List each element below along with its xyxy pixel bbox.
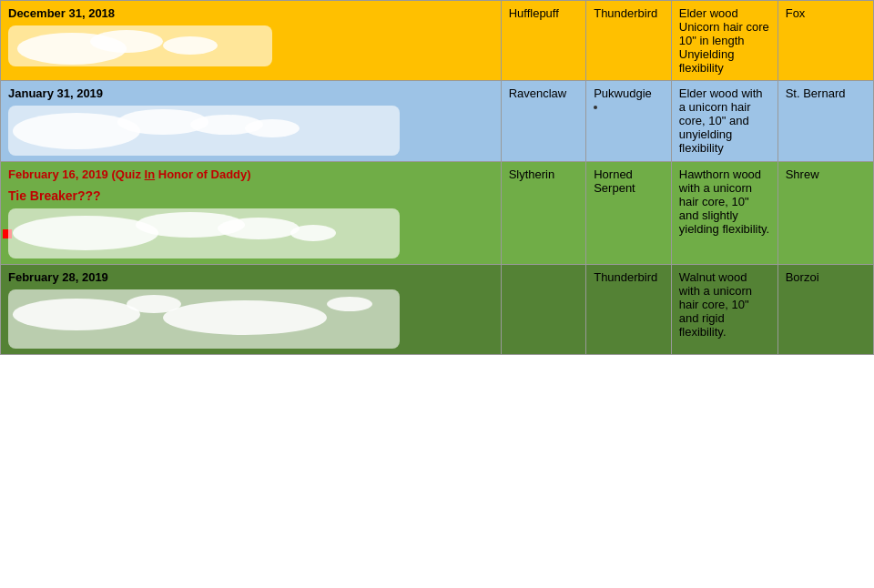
row2-image: [8, 106, 400, 156]
table-row: January 31, 2019 Ravenclaw Pukwudgie: [1, 81, 874, 162]
table-row: February 28, 2019 Thunderbird Walnut woo…: [1, 265, 874, 355]
house-cell: [501, 265, 586, 355]
date-text-red: February 16, 2019 (Quiz In Honor of Dadd…: [8, 167, 251, 181]
date-cell: December 31, 2018: [1, 1, 502, 81]
row3-image: [8, 208, 400, 259]
patron-cell: Pukwudgie: [586, 81, 672, 162]
dot-indicator: [594, 106, 597, 109]
animal-cell: Shrew: [777, 162, 873, 265]
date-cell: February 16, 2019 (Quiz In Honor of Dadd…: [1, 162, 502, 265]
tie-breaker-text: Tie Breaker???: [8, 188, 493, 203]
house-cell: Ravenclaw: [501, 81, 586, 162]
table-row: December 31, 2018 Hufflepuff Thunderbird…: [1, 1, 874, 81]
animal-cell: St. Bernard: [777, 81, 873, 162]
wand-cell: Elder wood Unicorn hair core 10" in leng…: [671, 1, 777, 81]
date-cell: January 31, 2019: [1, 81, 502, 162]
animal-cell: Borzoi: [777, 265, 873, 355]
date-cell: February 28, 2019: [1, 265, 502, 355]
underline-in: In: [145, 167, 156, 181]
main-table-container: December 31, 2018 Hufflepuff Thunderbird…: [0, 0, 874, 355]
wand-cell: Elder wood with a unicorn hair core, 10"…: [671, 81, 777, 162]
patron-cell: Horned Serpent: [586, 162, 672, 265]
row4-image: [8, 289, 400, 349]
patron-cell: Thunderbird: [586, 265, 672, 355]
animal-cell: Fox: [777, 1, 873, 81]
house-cell: Hufflepuff: [501, 1, 586, 81]
wand-cell: Walnut wood with a unicorn hair core, 10…: [671, 265, 777, 355]
table-row: February 16, 2019 (Quiz In Honor of Dadd…: [1, 162, 874, 265]
wand-cell: Hawthorn wood with a unicorn hair core, …: [671, 162, 777, 265]
quiz-table: December 31, 2018 Hufflepuff Thunderbird…: [0, 0, 874, 355]
row1-image: [8, 25, 272, 66]
patron-cell: Thunderbird: [586, 1, 672, 81]
house-cell: Slytherin: [501, 162, 586, 265]
